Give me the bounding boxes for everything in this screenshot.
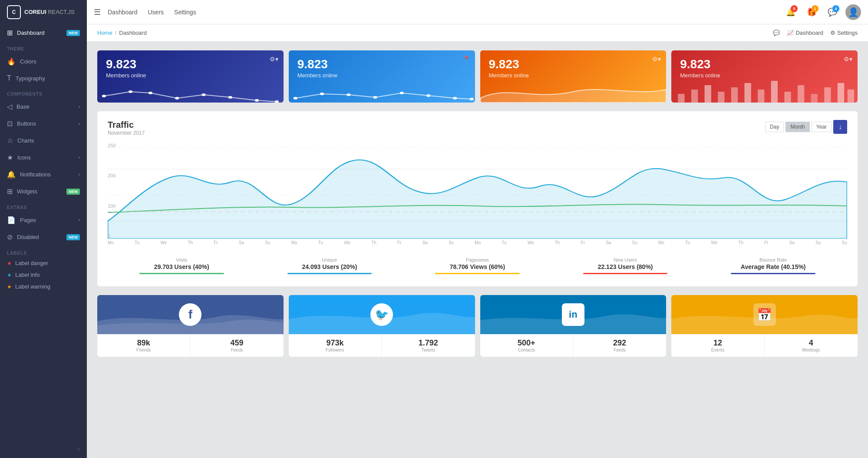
x-axis-labels: MoTuWeThFrSaSu MoTuWeThFrSaSu MoTuWeThFr… <box>108 239 847 249</box>
traffic-day-button[interactable]: Day <box>765 122 784 132</box>
twitter-stat-tweets: 1.792 Tweets <box>382 334 475 357</box>
header-settings-link[interactable]: ⚙ Settings <box>830 30 858 36</box>
svg-point-2 <box>149 92 152 94</box>
social-card-facebook: f 89k Friends 459 Feeds <box>97 295 284 357</box>
stat-card-2-settings-icon[interactable]: ⚙▾ <box>652 56 661 63</box>
gifts-button[interactable]: 🎁 1 <box>804 4 819 20</box>
sidebar-item-pages[interactable]: 📄 Pages › <box>0 212 87 229</box>
base-chevron: › <box>79 104 80 109</box>
buttons-chevron: › <box>79 121 80 126</box>
dashboard-icon: ⊞ <box>7 29 13 37</box>
traffic-stat-pageviews: Pageviews 78.706 Views (60%) <box>403 254 551 278</box>
nav-link-settings[interactable]: Settings <box>174 9 196 16</box>
svg-point-14 <box>453 97 457 100</box>
svg-rect-26 <box>811 94 818 103</box>
sidebar-item-buttons[interactable]: ⊡ Buttons › <box>0 115 87 132</box>
label-info-icon: ★ <box>7 272 12 278</box>
svg-point-15 <box>469 98 473 100</box>
facebook-stat-feeds: 459 Feeds <box>190 334 283 357</box>
sidebar-item-typography[interactable]: T Typography <box>0 70 87 86</box>
twitter-card-bottom: 973k Followers 1.792 Tweets <box>289 334 475 357</box>
charts-icon: ☆ <box>7 136 13 145</box>
base-icon: ◁ <box>7 103 12 111</box>
breadcrumb-home[interactable]: Home <box>97 30 112 36</box>
twitter-stat-followers: 973k Followers <box>289 334 382 357</box>
settings-icon: ⚙ <box>830 30 835 36</box>
stat-card-1: 9.823 Members online 📍 <box>289 50 475 103</box>
svg-point-6 <box>255 99 259 102</box>
stat-card-0-settings-icon[interactable]: ⚙▾ <box>270 56 278 63</box>
stat-card-2-value: 9.823 <box>489 57 658 71</box>
sidebar-label-warning[interactable]: ★ Label warning <box>0 281 87 292</box>
stat-card-3: 9.823 Members online ⚙▾ <box>671 50 858 103</box>
messages-badge: 4 <box>832 5 839 12</box>
traffic-title-block: Traffic November 2017 <box>108 120 145 136</box>
svg-rect-17 <box>691 90 698 103</box>
sidebar-label-info[interactable]: ★ Label info <box>0 269 87 281</box>
content-body: 9.823 Members online ⚙▾ <box>87 42 868 365</box>
gifts-badge: 1 <box>812 5 818 12</box>
calendar-stat-events: 12 Events <box>671 334 764 357</box>
stat-card-1-location-icon[interactable]: 📍 <box>462 56 470 63</box>
sidebar-item-widgets[interactable]: ⊞ Widgets NEW <box>0 183 87 200</box>
notifications-button[interactable]: 🔔 5 <box>783 4 799 20</box>
nav-link-dashboard[interactable]: Dashboard <box>108 9 138 16</box>
traffic-title: Traffic <box>108 120 145 130</box>
calendar-stat-meetings: 4 Meetings <box>765 334 858 357</box>
sidebar-item-colors[interactable]: 🔥 Colors <box>0 53 87 70</box>
sidebar-item-notifications[interactable]: 🔔 Notifications › <box>0 166 87 183</box>
typography-icon: T <box>7 74 11 82</box>
user-avatar[interactable]: 👤 <box>845 4 861 20</box>
messages-button[interactable]: 💬 4 <box>825 4 840 20</box>
widgets-badge: NEW <box>66 189 80 195</box>
linkedin-logo: in <box>562 303 584 326</box>
disabled-badge: NEW <box>66 234 80 240</box>
svg-point-11 <box>373 96 377 99</box>
svg-rect-22 <box>758 90 764 103</box>
nav-link-users[interactable]: Users <box>148 9 164 16</box>
svg-rect-25 <box>798 85 804 103</box>
sidebar-item-dashboard[interactable]: ⊞ Dashboard NEW <box>0 24 87 41</box>
calendar-card-top: 📅 <box>671 295 858 334</box>
svg-rect-16 <box>678 94 685 103</box>
sidebar-item-charts[interactable]: ☆ Charts <box>0 132 87 149</box>
traffic-controls: Day Month Year ↓ <box>765 120 847 134</box>
chart-icon: 📈 <box>787 30 794 36</box>
pages-icon: 📄 <box>7 216 16 224</box>
hamburger-button[interactable]: ☰ <box>94 7 101 17</box>
brand-name: COREUI REACT.JS <box>24 9 75 15</box>
header-dashboard-link[interactable]: 📈 Dashboard <box>787 30 823 36</box>
sidebar-item-base[interactable]: ◁ Base › <box>0 98 87 115</box>
stat-card-3-settings-icon[interactable]: ⚙▾ <box>844 56 852 63</box>
svg-point-0 <box>102 95 106 97</box>
svg-point-4 <box>201 93 205 96</box>
svg-rect-21 <box>745 83 751 103</box>
brand-logo: C <box>7 5 21 19</box>
traffic-chart-area: 250 200 100 0 <box>108 143 847 239</box>
traffic-card: Traffic November 2017 Day Month Year ↓ <box>97 111 858 286</box>
sidebar-label-danger[interactable]: ★ Label danger <box>0 257 87 269</box>
content-header: Home / Dashboard 💬 📈 Dashboard ⚙ Setting… <box>87 24 868 42</box>
stat-card-2: 9.823 Members online ⚙▾ <box>480 50 667 103</box>
svg-rect-20 <box>731 87 738 103</box>
svg-rect-27 <box>824 87 831 103</box>
sidebar-item-disabled[interactable]: ⊘ Disabled NEW <box>0 229 87 246</box>
svg-point-13 <box>426 94 430 97</box>
traffic-year-button[interactable]: Year <box>812 122 832 132</box>
traffic-month-button[interactable]: Month <box>785 122 809 132</box>
traffic-header: Traffic November 2017 Day Month Year ↓ <box>108 120 847 136</box>
traffic-download-button[interactable]: ↓ <box>833 120 847 134</box>
sidebar-collapse-button[interactable]: ‹ <box>0 440 87 458</box>
facebook-card-top: f <box>97 295 284 334</box>
content-header-right: 💬 📈 Dashboard ⚙ Settings <box>773 30 858 36</box>
topnav-links: Dashboard Users Settings <box>108 9 196 16</box>
colors-icon: 🔥 <box>7 57 16 66</box>
sidebar-item-icons[interactable]: ★ Icons › <box>0 149 87 166</box>
svg-rect-23 <box>771 81 778 103</box>
svg-rect-19 <box>718 92 724 103</box>
social-cards: f 89k Friends 459 Feeds <box>97 295 858 357</box>
svg-rect-28 <box>838 83 844 103</box>
notifications-badge: 5 <box>791 5 798 12</box>
linkedin-stat-feeds: 292 Feeds <box>573 334 666 357</box>
stat-card-0-chart <box>97 76 284 103</box>
